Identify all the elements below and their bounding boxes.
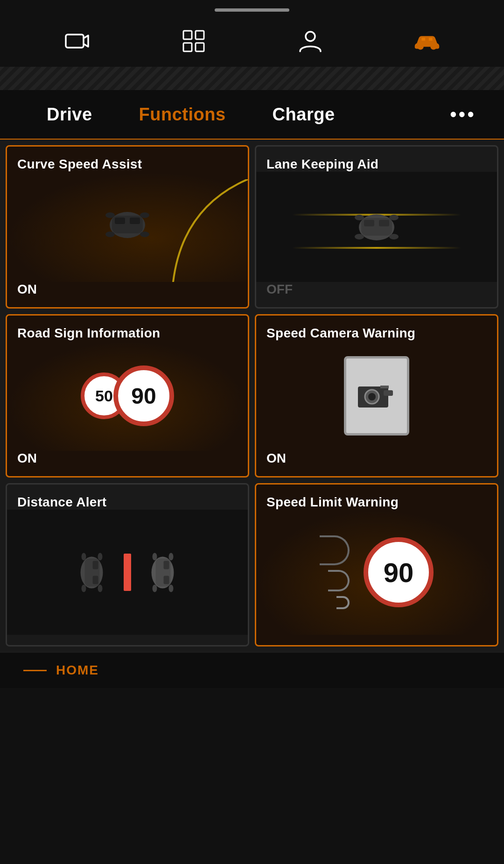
card-visual-scw: [256, 341, 497, 451]
svg-point-43: [153, 553, 157, 560]
nav-bar: [0, 16, 504, 67]
sound-waves-icon: [320, 535, 350, 609]
card-title-scw: Speed Camera Warning: [256, 316, 497, 341]
svg-rect-8: [421, 37, 426, 41]
drag-handle: [0, 0, 504, 16]
svg-point-46: [169, 584, 174, 592]
svg-point-15: [140, 232, 149, 237]
speed-sign-50-value: 50: [95, 387, 113, 405]
card-distance-alert[interactable]: Distance Alert: [6, 483, 249, 646]
svg-point-22: [355, 234, 364, 239]
svg-point-25: [389, 215, 399, 220]
svg-point-35: [82, 553, 86, 560]
svg-rect-29: [384, 390, 393, 396]
svg-point-17: [140, 212, 149, 218]
card-visual-csa: [7, 172, 248, 282]
home-line: [23, 670, 47, 671]
svg-marker-30: [380, 386, 389, 388]
svg-point-38: [98, 584, 103, 592]
svg-rect-0: [66, 35, 84, 48]
svg-rect-33: [93, 561, 98, 569]
card-visual-slw: 90: [256, 510, 497, 635]
svg-rect-34: [93, 576, 98, 584]
svg-rect-1: [183, 31, 192, 39]
card-visual-da: [7, 510, 248, 635]
svg-rect-3: [183, 43, 192, 51]
card-title-lka: Lane Keeping Aid: [256, 147, 497, 172]
svg-point-37: [98, 553, 103, 560]
svg-rect-20: [364, 220, 374, 226]
nav-car[interactable]: [411, 25, 443, 57]
tab-drive[interactable]: Drive: [23, 91, 116, 138]
functions-grid: Curve Speed Assist ON Lane Keeping Aid: [0, 140, 504, 652]
card-title-da: Distance Alert: [7, 485, 248, 510]
speed-sign-90-value: 90: [131, 383, 156, 409]
card-visual-lka: [256, 172, 497, 282]
svg-rect-12: [115, 218, 125, 224]
card-title-csa: Curve Speed Assist: [7, 147, 248, 172]
card-curve-speed-assist[interactable]: Curve Speed Assist ON: [6, 145, 249, 309]
card-title-rsi: Road Sign Information: [7, 316, 248, 341]
nav-grid[interactable]: [177, 25, 210, 57]
svg-rect-41: [164, 561, 169, 569]
svg-rect-9: [428, 37, 433, 41]
speed-limit-value: 90: [384, 557, 414, 588]
svg-rect-42: [164, 576, 169, 584]
card-status-da: [7, 635, 248, 645]
svg-rect-13: [130, 218, 140, 224]
svg-point-28: [368, 393, 376, 400]
card-status-rsi: ON: [7, 451, 248, 476]
tab-bar: Drive Functions Charge •••: [0, 90, 504, 140]
svg-point-6: [418, 45, 423, 49]
speed-limit-sign: 90: [364, 537, 434, 607]
card-status-scw: ON: [256, 451, 497, 476]
home-label[interactable]: HOME: [56, 663, 99, 678]
svg-rect-21: [379, 220, 389, 226]
svg-point-7: [431, 45, 436, 49]
card-status-slw: [256, 635, 497, 645]
tab-functions[interactable]: Functions: [116, 91, 249, 138]
svg-point-5: [306, 32, 315, 41]
svg-rect-2: [196, 31, 204, 39]
card-visual-rsi: 50 90: [7, 341, 248, 451]
nav-camera[interactable]: [61, 25, 93, 57]
svg-point-45: [169, 553, 174, 560]
tab-charge[interactable]: Charge: [249, 91, 358, 138]
svg-point-23: [389, 234, 399, 239]
bottom-bar: HOME: [0, 652, 504, 688]
card-status-csa: ON: [7, 282, 248, 307]
card-status-lka: OFF: [256, 282, 497, 307]
nav-profile[interactable]: [294, 25, 327, 57]
stripe-separator: [0, 67, 504, 90]
card-speed-camera-warning[interactable]: Speed Camera Warning ON: [255, 314, 498, 478]
svg-rect-4: [196, 43, 204, 51]
card-speed-limit-warning[interactable]: Speed Limit Warning 90: [255, 483, 498, 646]
tab-more-dots[interactable]: •••: [445, 90, 481, 139]
card-title-slw: Speed Limit Warning: [256, 485, 497, 510]
svg-point-24: [355, 215, 364, 220]
svg-point-16: [105, 212, 115, 218]
card-road-sign-info[interactable]: Road Sign Information 50 90 ON: [6, 314, 249, 478]
card-lane-keeping-aid[interactable]: Lane Keeping Aid OFF: [255, 145, 498, 309]
svg-point-14: [105, 232, 115, 237]
